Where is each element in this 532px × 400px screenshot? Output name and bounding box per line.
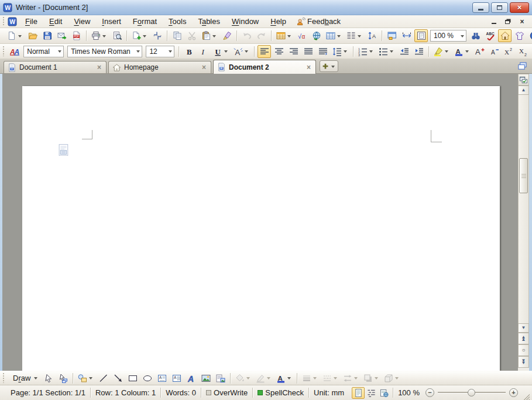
chevron-down-icon[interactable] [223,46,229,57]
tab-document-2[interactable]: WDocument 2× [213,60,316,74]
numbering-button[interactable]: 123 [356,45,376,58]
outline-view-button[interactable] [365,387,377,399]
close-tab-icon[interactable]: × [306,64,312,71]
paste-button[interactable] [200,29,219,42]
web-view-button[interactable] [377,387,390,399]
scrollbar-track[interactable] [518,95,529,323]
new-document-button[interactable] [5,29,25,42]
chevron-down-icon[interactable] [342,46,348,57]
arrow-button[interactable] [111,372,125,384]
help-button[interactable]: ? [527,29,532,42]
close-button[interactable]: × [510,2,529,13]
chevron-down-icon[interactable] [17,30,23,42]
subscript-button[interactable]: X2 [517,45,530,58]
align-right-button[interactable] [287,45,300,58]
chevron-down-icon[interactable] [394,373,400,384]
insert-table-button[interactable] [274,29,294,42]
insert-blank-page-button[interactable] [130,29,149,42]
vertical-scrollbar[interactable]: ▲ ▼ ▲▲ ○ ▼▼ [518,74,529,371]
chevron-down-icon[interactable] [211,30,217,42]
skins-button[interactable] [513,29,526,42]
chevron-down-icon[interactable] [101,30,107,42]
wordart-button[interactable]: A [184,372,198,384]
mdi-close-button[interactable]: × [518,18,526,25]
zoom-slider-thumb[interactable] [468,389,475,396]
chevron-down-icon[interactable] [444,46,449,57]
chevron-down-icon[interactable] [459,30,466,41]
window-list-button[interactable] [517,61,527,70]
distribute-button[interactable] [316,45,330,58]
chevron-down-icon[interactable] [330,61,337,71]
italic-button[interactable]: I [197,45,210,58]
bold-button[interactable]: B [182,45,195,58]
columns-button[interactable] [345,29,364,42]
chevron-down-icon[interactable] [142,30,147,42]
resize-grip[interactable] [523,393,530,400]
align-left-button[interactable] [258,45,271,58]
bullets-button[interactable] [377,45,396,58]
font-dialog-button[interactable]: AA [8,45,21,58]
menu-item-file[interactable]: File [19,16,43,27]
save-button[interactable] [40,29,54,42]
previous-page-button[interactable]: ▲▲ [518,333,529,344]
zoom-out-button[interactable]: − [425,388,434,397]
print-button[interactable] [90,29,109,42]
toolbar-grip[interactable] [2,373,5,382]
shrink-font-button[interactable]: A [488,45,501,58]
formula-button[interactable]: √α [295,29,308,42]
chevron-down-icon[interactable] [389,46,394,57]
chevron-down-icon[interactable] [353,373,359,384]
toolbar-grip[interactable] [2,17,5,26]
align-center-button[interactable] [272,45,286,58]
fit-page-button[interactable] [414,29,428,42]
table-grid-button[interactable] [324,29,344,42]
chevron-down-icon[interactable] [368,46,374,57]
chevron-down-icon[interactable] [167,46,174,57]
chevron-down-icon[interactable] [336,30,342,42]
next-page-button[interactable]: ▼▼ [518,356,529,368]
mdi-minimize-button[interactable] [490,18,498,25]
scrollbar-thumb[interactable] [519,158,528,193]
tab-document-1[interactable]: WDocument 1× [4,61,107,73]
line-button[interactable] [97,372,110,384]
character-effects-button[interactable]: A [232,45,251,58]
chevron-down-icon[interactable] [245,373,251,384]
minimize-button[interactable] [472,2,489,13]
mail-button[interactable] [55,29,68,42]
draw-menu-button[interactable]: Draw [8,372,40,384]
line-spacing-button[interactable] [331,45,350,58]
scroll-up-button[interactable]: ▲ [518,86,529,95]
chevron-down-icon[interactable] [332,373,338,384]
close-tab-icon[interactable]: × [201,64,207,71]
highlight-button[interactable] [432,45,451,58]
word-count[interactable]: Words: 0 [161,388,201,397]
zoom-slider[interactable] [438,392,506,394]
decrease-indent-button[interactable] [397,45,411,58]
menu-item-insert[interactable]: Insert [96,16,127,27]
ellipse-button[interactable] [140,372,154,384]
tab-homepage[interactable]: Homepage× [108,61,211,73]
new-tab-button[interactable] [320,60,338,72]
chevron-down-icon[interactable] [356,30,362,42]
chevron-down-icon[interactable] [373,373,379,384]
chevron-down-icon[interactable] [243,46,249,57]
menu-item-feedback[interactable]: Feedback [297,17,341,26]
menu-item-format[interactable]: Format [127,16,163,27]
increase-indent-button[interactable] [412,45,425,58]
copy-button[interactable] [170,29,184,42]
font-combobox[interactable]: Times New Roman [67,46,142,57]
page-view-button[interactable] [352,387,365,399]
paragraph-layout-button[interactable]: A [365,29,379,42]
underline-button[interactable]: U [211,45,231,58]
zoom-in-button[interactable]: + [509,388,518,397]
export-pdf-button[interactable]: PDF [70,29,83,42]
document-page[interactable] [22,86,500,371]
draw-font-color-button[interactable]: A [274,372,294,384]
overwrite-toggle[interactable]: OverWrite [201,388,252,397]
ruler-toggle-button[interactable] [518,74,529,86]
insert-picture-button[interactable] [199,372,212,384]
chevron-down-icon[interactable] [88,373,94,384]
home-button[interactable] [498,29,512,42]
scroll-down-button[interactable]: ▼ [518,323,529,333]
page-break-button[interactable] [150,29,164,42]
